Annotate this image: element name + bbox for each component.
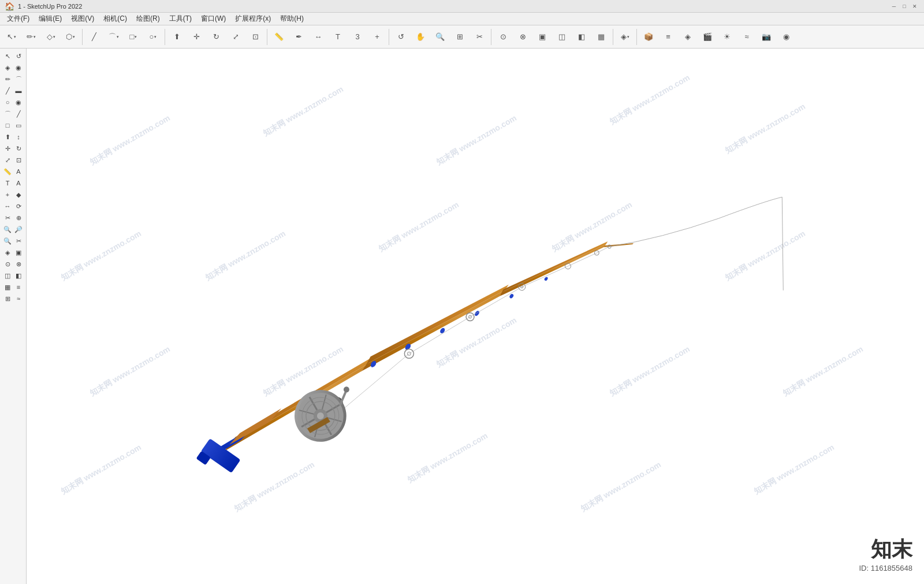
- sidebar-btn-2-0[interactable]: ✏: [2, 74, 13, 84]
- toolbar-btn-剖面[interactable]: ✂: [470, 28, 489, 46]
- sidebar-btn-17-0[interactable]: ◈: [2, 247, 13, 258]
- sidebar-btn-21-0[interactable]: ⊞: [2, 293, 13, 304]
- toolbar-btn-贴图着色[interactable]: ▦: [592, 28, 610, 46]
- sidebar-btn-21-1[interactable]: ≈: [13, 293, 24, 304]
- sidebar-btn-14-0[interactable]: ✂: [2, 213, 13, 223]
- sidebar-btn-11-1[interactable]: A: [13, 178, 24, 188]
- toolbar-btn-旋转[interactable]: ↻: [207, 28, 225, 46]
- toolbar-btn-样式[interactable]: ◈▾: [616, 28, 634, 46]
- sidebar-btn-4-0[interactable]: ○: [2, 97, 13, 107]
- menubar: 文件(F)编辑(E)视图(V)相机(C)绘图(R)工具(T)窗口(W)扩展程序(…: [0, 13, 924, 25]
- toolbar-btn-组件[interactable]: 📦: [639, 28, 658, 46]
- sidebar-pair-2: ✏⌒: [2, 74, 24, 84]
- sidebar-btn-10-1[interactable]: A: [13, 166, 24, 177]
- toolbar-btn-充满窗口[interactable]: ⊞: [450, 28, 469, 46]
- toolbar-btn-移动[interactable]: ✛: [187, 28, 206, 46]
- menu-item-file[interactable]: 文件(F): [2, 13, 34, 25]
- toolbar-btn-圆[interactable]: ○▾: [144, 28, 162, 46]
- sidebar-btn-13-1[interactable]: ⟳: [13, 201, 24, 211]
- sidebar-btn-12-0[interactable]: +: [2, 189, 13, 200]
- sidebar-btn-0-0[interactable]: ↖: [2, 51, 13, 61]
- sidebar-btn-17-1[interactable]: ▣: [13, 247, 24, 258]
- toolbar-btn-缩放[interactable]: ⤢: [226, 28, 245, 46]
- sidebar-btn-7-0[interactable]: ⬆: [2, 132, 13, 142]
- toolbar-btn-文字[interactable]: T: [329, 28, 347, 46]
- sidebar-pair-7: ⬆↕: [2, 132, 24, 142]
- toolbar-btn-照片匹配[interactable]: 📷: [757, 28, 776, 46]
- sidebar-btn-9-0[interactable]: ⤢: [2, 155, 13, 165]
- sidebar-btn-2-1[interactable]: ⌒: [13, 74, 24, 84]
- sidebar-btn-1-1[interactable]: ◉: [13, 62, 24, 73]
- sidebar-btn-18-1[interactable]: ⊗: [13, 259, 24, 269]
- toolbar-btn-尺寸[interactable]: ↔: [309, 28, 327, 46]
- close-button[interactable]: ✕: [910, 2, 919, 11]
- sidebar-btn-3-0[interactable]: ╱: [2, 85, 13, 96]
- toolbar-btn-材质[interactable]: ◈: [679, 28, 697, 46]
- sidebar-btn-5-1[interactable]: ╱: [13, 109, 24, 119]
- toolbar-btn-X射线[interactable]: ⊙: [494, 28, 512, 46]
- sidebar-btn-19-1[interactable]: ◧: [13, 270, 24, 281]
- toolbar-btn-平移[interactable]: ✋: [411, 28, 430, 46]
- sidebar-btn-0-1[interactable]: ↺: [13, 51, 24, 61]
- menu-item-view[interactable]: 视图(V): [66, 13, 99, 25]
- sidebar-btn-15-1[interactable]: 🔎: [13, 224, 24, 235]
- canvas-area[interactable]: 知末网 www.znzmo.com知末网 www.znzmo.com知末网 ww…: [27, 49, 924, 584]
- maximize-button[interactable]: □: [900, 2, 909, 11]
- toolbar-btn-图层[interactable]: ≡: [659, 28, 677, 46]
- sidebar-btn-18-0[interactable]: ⊙: [2, 259, 13, 269]
- menu-item-draw[interactable]: 绘图(R): [132, 13, 165, 25]
- sidebar-btn-3-1[interactable]: ▬: [13, 85, 24, 96]
- toolbar-btn-选择[interactable]: ↖▾: [2, 28, 21, 46]
- sidebar-btn-10-0[interactable]: 📏: [2, 166, 13, 177]
- toolbar-btn-偏移[interactable]: ⊡: [246, 28, 264, 46]
- sidebar-btn-8-0[interactable]: ✛: [2, 143, 13, 154]
- toolbar-btn-实体工具[interactable]: ◉: [777, 28, 795, 46]
- sidebar-btn-7-1[interactable]: ↕: [13, 132, 24, 142]
- window-controls: ─ □ ✕: [889, 2, 919, 11]
- sidebar-btn-16-1[interactable]: ✂: [13, 236, 24, 246]
- toolbar-btn-橡皮[interactable]: ◇▾: [42, 28, 60, 46]
- sidebar-btn-9-1[interactable]: ⊡: [13, 155, 24, 165]
- toolbar-btn-消隐[interactable]: ◫: [553, 28, 571, 46]
- menu-item-tools[interactable]: 工具(T): [165, 13, 196, 25]
- toolbar-btn-卷尺[interactable]: 📏: [270, 28, 288, 46]
- menu-item-help[interactable]: 帮助(H): [275, 13, 308, 25]
- toolbar-btn-圆弧[interactable]: ⌒▾: [105, 28, 123, 46]
- toolbar-btn-缩放视图[interactable]: 🔍: [431, 28, 449, 46]
- toolbar-btn-场景[interactable]: 🎬: [698, 28, 717, 46]
- toolbar-btn-直线[interactable]: ╱: [85, 28, 103, 46]
- toolbar-btn-着色[interactable]: ◧: [572, 28, 591, 46]
- menu-item-camera[interactable]: 相机(C): [99, 13, 132, 25]
- sidebar-btn-20-0[interactable]: ▦: [2, 282, 13, 292]
- sidebar-btn-11-0[interactable]: T: [2, 178, 13, 188]
- toolbar-btn-铅笔[interactable]: ✏▾: [22, 28, 40, 46]
- sidebar-btn-13-0[interactable]: ↔: [2, 201, 13, 211]
- minimize-button[interactable]: ─: [889, 2, 899, 11]
- menu-item-window[interactable]: 窗口(W): [196, 13, 230, 25]
- sidebar-btn-4-1[interactable]: ◉: [13, 97, 24, 107]
- sidebar-btn-15-0[interactable]: 🔍: [2, 224, 13, 235]
- toolbar-btn-3D文字[interactable]: 3: [348, 28, 367, 46]
- menu-item-edit[interactable]: 编辑(E): [34, 13, 66, 25]
- toolbar-btn-线框[interactable]: ▣: [533, 28, 552, 46]
- sidebar-btn-1-0[interactable]: ◈: [2, 62, 13, 73]
- sidebar-btn-20-1[interactable]: ≡: [13, 282, 24, 292]
- sidebar-btn-12-1[interactable]: ◆: [13, 189, 24, 200]
- sidebar-btn-14-1[interactable]: ⊕: [13, 213, 24, 223]
- toolbar-btn-雾化[interactable]: ≈: [737, 28, 756, 46]
- sidebar-btn-5-0[interactable]: ⌒: [2, 109, 13, 119]
- toolbar-btn-坐标轴[interactable]: +: [368, 28, 386, 46]
- toolbar-btn-阴影[interactable]: ☀: [718, 28, 736, 46]
- toolbar-btn-矩形[interactable]: □▾: [124, 28, 143, 46]
- sidebar-btn-19-0[interactable]: ◫: [2, 270, 13, 281]
- sidebar-btn-6-1[interactable]: ▭: [13, 120, 24, 131]
- toolbar-btn-后边线[interactable]: ⊗: [513, 28, 532, 46]
- sidebar-btn-6-0[interactable]: □: [2, 120, 13, 131]
- toolbar-btn-油漆[interactable]: ⬡▾: [61, 28, 80, 46]
- sidebar-btn-8-1[interactable]: ↻: [13, 143, 24, 154]
- toolbar-btn-量角器[interactable]: ✒: [289, 28, 308, 46]
- toolbar-btn-推拉[interactable]: ⬆: [167, 28, 186, 46]
- toolbar-btn-轨道[interactable]: ↺: [392, 28, 410, 46]
- menu-item-extensions[interactable]: 扩展程序(x): [230, 13, 275, 25]
- sidebar-btn-16-0[interactable]: 🔍: [2, 236, 13, 246]
